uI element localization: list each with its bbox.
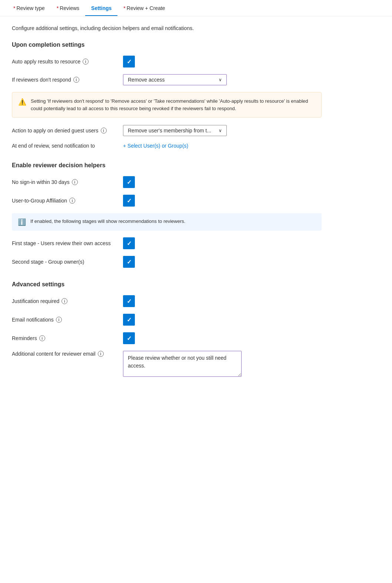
reminders-row: Reminders i bbox=[12, 332, 322, 344]
justification-checkbox[interactable] bbox=[123, 295, 135, 307]
auto-apply-row: Auto apply results to resource i bbox=[12, 56, 322, 67]
warning-icon: ⚠️ bbox=[18, 98, 26, 112]
tab-navigation: * Review type * Reviews Settings * Revie… bbox=[0, 0, 392, 16]
info-box-text: If enabled, the following stages will sh… bbox=[30, 218, 185, 226]
tab-review-create[interactable]: * Review + Create bbox=[117, 0, 171, 16]
advanced-settings-section: Advanced settings Justification required… bbox=[12, 281, 322, 377]
first-stage-checkbox[interactable] bbox=[123, 237, 135, 249]
user-group-affiliation-row: User-to-Group Affiliation i bbox=[12, 195, 322, 207]
second-stage-row: Second stage - Group owner(s) bbox=[12, 256, 322, 268]
reminders-info-icon[interactable]: i bbox=[39, 335, 45, 341]
first-stage-label: First stage - Users review their own acc… bbox=[12, 240, 116, 246]
required-star: * bbox=[123, 5, 125, 11]
advanced-settings-title: Advanced settings bbox=[12, 281, 322, 288]
auto-apply-info-icon[interactable]: i bbox=[83, 59, 89, 65]
email-notifications-label: Email notifications i bbox=[12, 317, 116, 323]
decision-helpers-section: Enable reviewer decision helpers No sign… bbox=[12, 162, 322, 268]
no-signin-row: No sign-in within 30 days i bbox=[12, 176, 322, 188]
no-signin-info-icon[interactable]: i bbox=[72, 179, 78, 185]
user-group-affiliation-checkbox[interactable] bbox=[123, 195, 135, 207]
justification-info-icon[interactable]: i bbox=[62, 298, 67, 304]
additional-content-label: Additional content for reviewer email i bbox=[12, 351, 116, 357]
action-denied-dropdown[interactable]: Remove user's membership from t... ∨ bbox=[123, 125, 227, 136]
main-content: Configure additional settings, including… bbox=[0, 16, 333, 399]
action-denied-info-icon[interactable]: i bbox=[101, 128, 107, 134]
if-reviewers-row: If reviewers don't respond i Remove acce… bbox=[12, 74, 322, 85]
warning-text: Setting 'If reviewers don't respond' to … bbox=[31, 98, 315, 112]
no-signin-checkbox[interactable] bbox=[123, 176, 135, 188]
upon-completion-title: Upon completion settings bbox=[12, 42, 322, 48]
additional-content-info-icon[interactable]: i bbox=[98, 351, 104, 357]
dropdown-arrow-icon: ∨ bbox=[219, 77, 222, 82]
warning-box: ⚠️ Setting 'If reviewers don't respond' … bbox=[12, 92, 322, 118]
email-info-icon[interactable]: i bbox=[56, 317, 62, 323]
action-denied-label: Action to apply on denied guest users i bbox=[12, 128, 116, 134]
second-stage-checkbox[interactable] bbox=[123, 256, 135, 268]
email-notifications-row: Email notifications i bbox=[12, 314, 322, 326]
user-group-info-icon[interactable]: i bbox=[69, 198, 75, 204]
auto-apply-checkbox[interactable] bbox=[123, 56, 135, 67]
notification-row: At end of review, send notification to +… bbox=[12, 143, 322, 149]
tab-settings[interactable]: Settings bbox=[85, 0, 117, 16]
decision-helpers-title: Enable reviewer decision helpers bbox=[12, 162, 322, 169]
if-reviewers-dropdown[interactable]: Remove access ∨ bbox=[123, 74, 227, 85]
select-users-groups-button[interactable]: + Select User(s) or Group(s) bbox=[123, 143, 188, 149]
required-star: * bbox=[13, 5, 15, 11]
notification-label: At end of review, send notification to bbox=[12, 143, 116, 149]
email-notifications-checkbox[interactable] bbox=[123, 314, 135, 326]
no-signin-label: No sign-in within 30 days i bbox=[12, 179, 116, 185]
info-circle-icon: ℹ️ bbox=[18, 218, 26, 226]
tab-review-type[interactable]: * Review type bbox=[7, 0, 51, 16]
if-reviewers-info-icon[interactable]: i bbox=[73, 77, 79, 83]
dropdown-arrow-icon: ∨ bbox=[219, 128, 222, 133]
reminders-label: Reminders i bbox=[12, 335, 116, 341]
additional-content-row: Additional content for reviewer email i … bbox=[12, 351, 322, 377]
reminders-checkbox[interactable] bbox=[123, 332, 135, 344]
page-subtitle: Configure additional settings, including… bbox=[12, 25, 322, 31]
second-stage-label: Second stage - Group owner(s) bbox=[12, 259, 116, 265]
user-group-affiliation-label: User-to-Group Affiliation i bbox=[12, 198, 116, 204]
first-stage-row: First stage - Users review their own acc… bbox=[12, 237, 322, 249]
additional-content-textarea[interactable]: Please review whether or not you still n… bbox=[123, 351, 242, 377]
info-box: ℹ️ If enabled, the following stages will… bbox=[12, 213, 322, 231]
tab-reviews[interactable]: * Reviews bbox=[51, 0, 85, 16]
action-denied-row: Action to apply on denied guest users i … bbox=[12, 125, 322, 136]
upon-completion-section: Upon completion settings Auto apply resu… bbox=[12, 42, 322, 149]
justification-label: Justification required i bbox=[12, 298, 116, 304]
required-star: * bbox=[57, 5, 59, 11]
if-reviewers-label: If reviewers don't respond i bbox=[12, 77, 116, 83]
auto-apply-label: Auto apply results to resource i bbox=[12, 59, 116, 65]
justification-row: Justification required i bbox=[12, 295, 322, 307]
